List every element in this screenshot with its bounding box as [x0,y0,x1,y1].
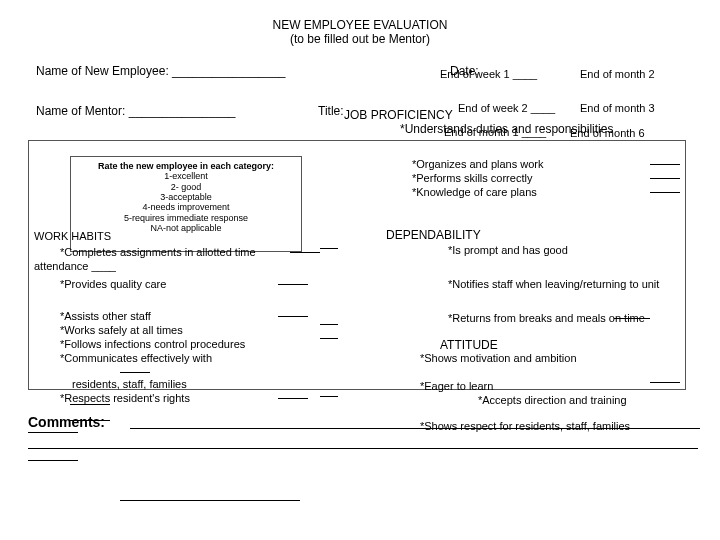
comment-line-1[interactable] [130,428,700,429]
rule-left-9[interactable] [120,372,150,373]
rating-1: 1-excellent [71,171,301,181]
attendance: attendance ____ [34,260,116,272]
comment-line-2[interactable] [28,448,698,449]
residents-staff-families: residents, staff, families [72,378,187,390]
rating-3: 3-acceptable [71,192,301,202]
blank-short-3[interactable] [70,404,110,405]
page-title: NEW EMPLOYEE EVALUATION [0,18,720,32]
respects-rights: *Respects resident's rights [60,392,190,404]
rule-left-5[interactable] [320,248,338,249]
rule-left-8[interactable] [320,396,338,397]
shows-motivation: *Shows motivation and ambition [420,352,577,364]
performs-skills: *Performs skills correctly [412,172,532,184]
blank-short-2[interactable] [28,460,78,461]
assists-staff: *Assists other staff [60,310,151,322]
rating-2: 2- good [71,182,301,192]
comments-label: Comments: [28,414,105,430]
rule-right-3[interactable] [650,192,680,193]
accepts-direction: *Accepts direction and training [478,394,627,406]
rule-left-1[interactable] [290,252,320,253]
attitude-heading: ATTITUDE [440,338,498,352]
signature-line[interactable] [120,500,300,501]
blank-short-4[interactable] [70,420,110,421]
understands-duties: *Understands duties and responsibilities [400,122,613,136]
follows-infections: *Follows infections control procedures [60,338,245,350]
dependability-heading: DEPENDABILITY [386,228,481,242]
new-employee-label: Name of New Employee: _________________ [36,64,286,78]
page-subtitle: (to be filled out be Mentor) [0,32,720,46]
rule-left-6[interactable] [320,324,338,325]
rule-right-5[interactable] [650,382,680,383]
communicates-effectively: *Communicates effectively with [60,352,212,364]
provides-quality: *Provides quality care [60,278,166,290]
job-proficiency-heading: JOB PROFICIENCY [344,108,453,122]
rule-right-4[interactable] [614,318,650,319]
eager-learn: *Eager to learn [420,380,493,392]
rating-head: Rate the new employee in each category: [71,161,301,171]
shows-respect: *Shows respect for residents, staff, fam… [420,420,630,432]
rule-right-1[interactable] [650,164,680,165]
rule-left-2[interactable] [278,284,308,285]
end-week-2: End of week 2 ____ [458,102,555,114]
knowledge-care: *Knowledge of care plans [412,186,537,198]
rule-left-3[interactable] [278,316,308,317]
completes-assignments: *Completes assignments in allotted time [60,246,256,258]
mentor-label: Name of Mentor: ________________ [36,104,235,118]
works-safely: *Works safely at all times [60,324,183,336]
notifies-staff: *Notifies staff when leaving/returning t… [448,278,659,290]
end-month-3: End of month 3 [580,102,655,114]
work-habits-heading: WORK HABITS [34,230,111,242]
organizes-work: *Organizes and plans work [412,158,543,170]
rating-5: 5-requires immediate response [71,213,301,223]
rule-right-2[interactable] [650,178,680,179]
title-label: Title: [318,104,344,118]
rating-4: 4-needs improvement [71,202,301,212]
blank-short-1[interactable] [28,432,78,433]
rule-left-4[interactable] [278,398,308,399]
rule-left-7[interactable] [320,338,338,339]
end-month-2: End of month 2 [580,68,655,80]
is-prompt: *Is prompt and has good [448,244,568,256]
end-week-1: End of week 1 ____ [440,68,537,80]
